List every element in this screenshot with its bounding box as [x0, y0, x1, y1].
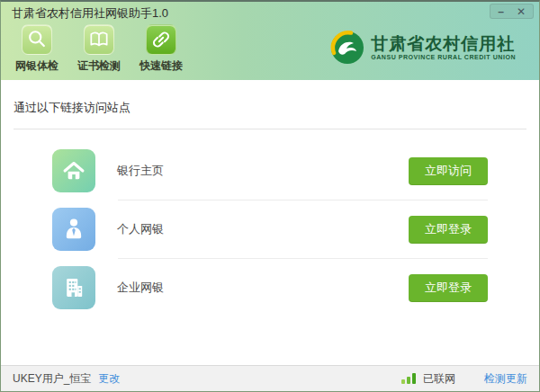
row-divider: [118, 200, 488, 200]
main-content: 通过以下链接访问站点 银行主页 立即访问: [1, 80, 539, 365]
link-label: 银行主页: [117, 163, 409, 179]
network-signal-icon: [401, 373, 416, 384]
window-controls: – ✕: [490, 4, 534, 19]
quick-link-list: 银行主页 立即访问 个人网银 立即登录: [14, 149, 526, 309]
link-icon: [146, 24, 176, 55]
login-now-button[interactable]: 立即登录: [409, 274, 488, 302]
tab-label: 证书检测: [77, 58, 121, 74]
check-update-link[interactable]: 检测更新: [484, 371, 527, 387]
list-item-personal-ebank: 个人网银 立即登录: [14, 208, 526, 251]
section-divider: [14, 129, 526, 129]
brand-logo: 甘肃省农村信用社 GANSU PROVINCE RURAL CREDIT UNI…: [329, 30, 516, 66]
tab-label: 网银体检: [15, 58, 58, 74]
status-right: 已联网 检测更新: [401, 371, 527, 387]
brand-subtitle: GANSU PROVINCE RURAL CREDIT UNION: [371, 54, 516, 60]
person-icon: [52, 208, 95, 251]
building-icon: [52, 266, 95, 309]
tab-label: 快速链接: [140, 58, 183, 74]
link-label: 个人网银: [117, 221, 409, 237]
brand-name: 甘肃省农村信用社: [371, 35, 516, 54]
credit-union-logo-icon: [329, 30, 365, 66]
network-status-label: 已联网: [423, 371, 455, 387]
list-item-bank-homepage: 银行主页 立即访问: [14, 149, 526, 192]
ukey-user-label: UKEY用户_恒宝: [13, 371, 91, 387]
section-title: 通过以下链接访问站点: [14, 100, 526, 116]
tab-ebank-checkup[interactable]: 网银体检: [12, 24, 62, 74]
visit-now-button[interactable]: 立即访问: [409, 157, 488, 185]
change-user-link[interactable]: 更改: [98, 371, 120, 387]
title-bar: 甘肃省农村信用社网银助手1.0 – ✕: [1, 2, 539, 24]
login-now-button[interactable]: 立即登录: [409, 216, 488, 244]
app-header: 甘肃省农村信用社网银助手1.0 – ✕ 网银体检: [1, 2, 539, 80]
brand-text: 甘肃省农村信用社 GANSU PROVINCE RURAL CREDIT UNI…: [371, 35, 516, 60]
window-title: 甘肃省农村信用社网银助手1.0: [12, 5, 168, 22]
magnifier-icon: [22, 24, 52, 55]
row-divider: [118, 258, 488, 259]
minimize-icon[interactable]: –: [498, 6, 504, 17]
status-left: UKEY用户_恒宝 更改: [13, 371, 120, 387]
list-item-corporate-ebank: 企业网银 立即登录: [14, 266, 526, 309]
link-label: 企业网银: [117, 280, 409, 296]
tab-quick-links[interactable]: 快速链接: [136, 24, 186, 74]
book-icon: [84, 24, 114, 55]
close-icon[interactable]: ✕: [517, 6, 526, 17]
status-bar: UKEY用户_恒宝 更改 已联网 检测更新: [1, 365, 539, 391]
app-window: 甘肃省农村信用社网银助手1.0 – ✕ 网银体检: [0, 0, 540, 392]
tab-certificate-check[interactable]: 证书检测: [74, 24, 124, 74]
home-icon: [52, 149, 95, 192]
